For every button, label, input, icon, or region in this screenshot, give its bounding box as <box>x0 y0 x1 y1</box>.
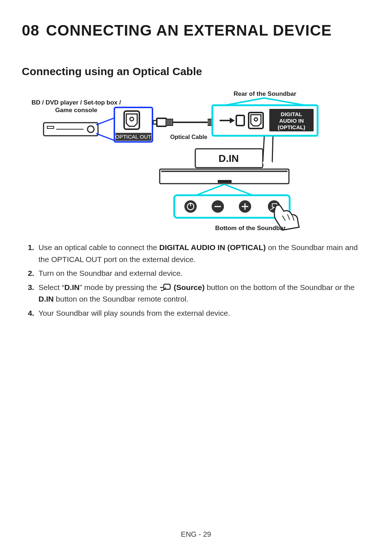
cable-left-plug-icon <box>153 118 173 126</box>
svg-text:DIGITAL: DIGITAL <box>281 111 302 117</box>
din-bubble: D.IN <box>195 136 273 168</box>
svg-rect-29 <box>161 171 287 172</box>
section-title: Connecting using an Optical Cable <box>22 65 370 78</box>
instruction-steps: Use an optical cable to connect the DIGI… <box>22 242 370 319</box>
svg-rect-42 <box>164 284 170 289</box>
volume-up-button-icon <box>239 200 251 213</box>
power-button-icon <box>184 200 197 213</box>
svg-point-32 <box>184 200 197 213</box>
page-footer: ENG - 29 <box>0 530 392 539</box>
rear-soundbar-callout: DIGITAL AUDIO IN (OPTICAL) <box>212 98 318 136</box>
svg-rect-30 <box>218 180 232 183</box>
source-device-label: BD / DVD player / Set-top box / Game con… <box>25 99 127 114</box>
volume-down-button-icon <box>212 200 224 213</box>
step-2: Turn on the Soundbar and external device… <box>36 267 370 279</box>
soundbar-front-icon <box>160 169 289 184</box>
connection-diagram: BD / DVD player / Set-top box / Game con… <box>22 90 370 235</box>
chapter-heading: 08 CONNECTING AN EXTERNAL DEVICE <box>22 22 370 39</box>
bottom-of-soundbar-label: Bottom of the Soundbar <box>200 224 301 232</box>
source-device-icon <box>44 118 115 141</box>
svg-text:AUDIO IN: AUDIO IN <box>279 118 304 124</box>
svg-text:(OPTICAL): (OPTICAL) <box>278 124 305 130</box>
svg-rect-9 <box>157 118 166 126</box>
source-icon <box>159 283 172 291</box>
soundbar-bottom-panel <box>174 184 299 230</box>
optical-out-text: OPTICAL OUT <box>115 134 151 140</box>
optical-cable-label: Optical Cable <box>167 134 211 141</box>
chapter-title: CONNECTING AN EXTERNAL DEVICE <box>46 22 332 39</box>
chapter-number: 08 <box>22 22 40 39</box>
rear-of-soundbar-label: Rear of the Soundbar <box>225 90 305 98</box>
step-4: Your Soundbar will play sounds from the … <box>36 307 370 319</box>
svg-text:D.IN: D.IN <box>219 153 239 164</box>
step-3: Select “D.IN” mode by pressing the (Sour… <box>36 282 370 305</box>
step-1: Use an optical cable to connect the DIGI… <box>36 242 370 265</box>
